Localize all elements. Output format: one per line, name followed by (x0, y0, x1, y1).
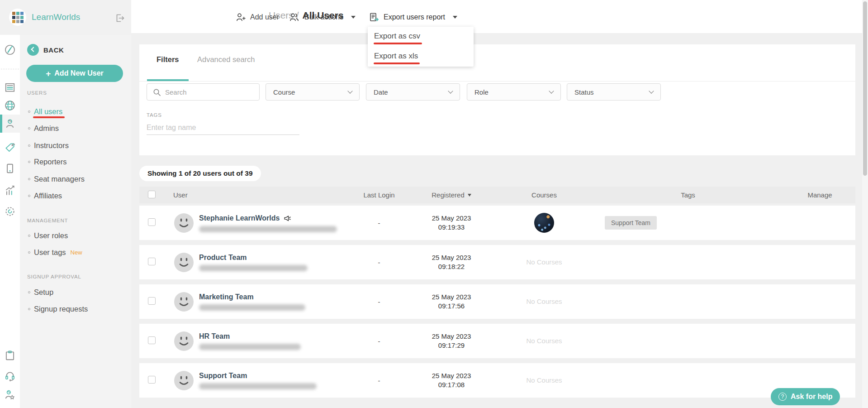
bulk-actions-button[interactable]: Bulk actions (289, 11, 356, 24)
sidebar-item-label: Admins (34, 124, 59, 133)
bullet-icon (28, 178, 30, 180)
menu-item-export-xls[interactable]: Export as xls (374, 52, 418, 61)
menu-item-export-csv[interactable]: Export as csv (374, 32, 420, 41)
row-checkbox[interactable] (148, 258, 156, 265)
sidebar-item-setup[interactable]: Setup (28, 287, 53, 298)
sidebar-item-signup-requests[interactable]: Signup requests (28, 303, 88, 314)
row-checkbox[interactable] (148, 218, 156, 226)
column-tags[interactable]: Tags (592, 191, 784, 199)
user-cell: HR Team (167, 331, 352, 351)
sidebar-item-user-tags[interactable]: User tags New (28, 247, 82, 258)
row-checkbox[interactable] (148, 297, 156, 305)
sidebar-item-affiliates[interactable]: Affiliates (28, 190, 62, 201)
megaphone-icon (283, 214, 292, 223)
course-select-label: Course (273, 88, 295, 96)
add-user-button[interactable]: Add user (235, 11, 279, 24)
clipboard-icon[interactable] (4, 350, 16, 361)
mobile-icon[interactable] (4, 163, 16, 174)
user-name[interactable]: Product Team (199, 254, 247, 262)
column-registered[interactable]: Registered (406, 191, 497, 199)
date-select-label: Date (374, 88, 388, 96)
course-select[interactable]: Course (266, 83, 360, 101)
learnworlds-logo-icon[interactable] (9, 9, 26, 26)
news-icon[interactable] (4, 82, 16, 93)
collapse-sidebar-icon[interactable] (114, 13, 125, 24)
search-input[interactable] (165, 88, 247, 96)
user-name[interactable]: Marketing Team (199, 293, 254, 301)
select-all-checkbox[interactable] (148, 191, 156, 198)
active-rail-bar (0, 115, 2, 133)
courses-cell (497, 213, 592, 233)
sidebar-item-user-roles[interactable]: User roles (28, 230, 68, 241)
select-all-cell (139, 191, 167, 200)
brand-name: LearnWorlds (32, 12, 80, 22)
role-select[interactable]: Role (467, 83, 561, 101)
bullet-icon (28, 144, 30, 147)
tag-chip[interactable]: Support Team (605, 216, 657, 230)
sort-desc-icon (468, 194, 471, 197)
tag-name-input[interactable] (147, 120, 299, 135)
registered-cell: 25 May 2023 09:19:33 (406, 214, 497, 232)
user-name[interactable]: Stephanie LearnWorlds (199, 214, 280, 222)
row-checkbox[interactable] (148, 336, 156, 344)
sidebar-item-label: Affiliates (34, 192, 62, 200)
sidebar-item-all-users[interactable]: All users (28, 106, 62, 117)
last-login-cell: - (352, 219, 406, 227)
avatar-smiley (174, 331, 194, 351)
sidebar-item-reporters[interactable]: Reporters (28, 156, 66, 167)
sidebar-item-label: Seat managers (34, 175, 85, 183)
sidebar-item-label: Reporters (34, 158, 66, 166)
user-name[interactable]: Support Team (199, 372, 247, 380)
tab-advanced-search[interactable]: Advanced search (197, 55, 255, 64)
user-name[interactable]: HR Team (199, 332, 230, 341)
back-button[interactable]: BACK (27, 44, 64, 56)
annotation-underline-xls (374, 62, 420, 64)
course-thumbnail[interactable] (534, 213, 554, 233)
settings-gear-icon[interactable] (4, 206, 16, 217)
courses-cell: No Courses (497, 337, 592, 345)
annotation-underline-all-users (33, 116, 65, 118)
plus-icon: + (46, 69, 51, 78)
row-select-cell (139, 297, 167, 307)
avatar-smiley (174, 253, 194, 272)
back-label: BACK (43, 46, 64, 54)
column-courses[interactable]: Courses (497, 191, 592, 199)
sidebar-item-label: Setup (34, 288, 53, 297)
column-last-login[interactable]: Last Login (352, 191, 406, 199)
row-checkbox[interactable] (148, 376, 156, 384)
tab-filters[interactable]: Filters (157, 55, 179, 64)
status-select[interactable]: Status (567, 83, 661, 101)
users-icon[interactable] (4, 118, 16, 130)
column-user[interactable]: User (167, 191, 352, 199)
add-new-user-label: Add New User (54, 69, 103, 77)
ask-for-help-button[interactable]: ? Ask for help (771, 388, 840, 405)
no-courses-label: No Courses (526, 337, 562, 345)
people-icon (289, 12, 300, 23)
bullet-icon (28, 251, 30, 254)
logo-grid (12, 12, 24, 23)
new-badge: New (71, 249, 82, 256)
headset-icon[interactable] (4, 370, 16, 382)
sidebar-item-instructors[interactable]: Instructors (28, 140, 69, 151)
export-users-report-button[interactable]: Export users report (369, 11, 457, 24)
signup-approval-section-label: SIGNUP APPROVAL (27, 274, 81, 279)
sidebar-item-admins[interactable]: Admins (28, 123, 59, 134)
globe-icon[interactable] (4, 100, 16, 111)
caret-down-icon (453, 16, 457, 19)
courses-cell: No Courses (497, 258, 592, 266)
user-star-icon[interactable] (4, 389, 16, 401)
registered-cell: 25 May 2023 09:17:29 (406, 332, 497, 350)
date-select[interactable]: Date (366, 83, 460, 101)
sidebar-item-label: Signup requests (34, 305, 88, 313)
tag-icon[interactable] (4, 141, 16, 153)
sidebar-item-seat-managers[interactable]: Seat managers (28, 173, 85, 184)
bullet-icon (28, 195, 30, 197)
sidebar: LearnWorlds (0, 0, 131, 408)
compass-icon[interactable] (4, 44, 16, 56)
no-courses-label: No Courses (526, 376, 562, 384)
analytics-icon[interactable] (4, 184, 16, 196)
last-login-cell: - (352, 259, 406, 266)
add-new-user-button[interactable]: + Add New User (26, 65, 123, 82)
scrollbar-track[interactable] (862, 0, 868, 408)
scrollbar-thumb[interactable] (863, 1, 867, 176)
